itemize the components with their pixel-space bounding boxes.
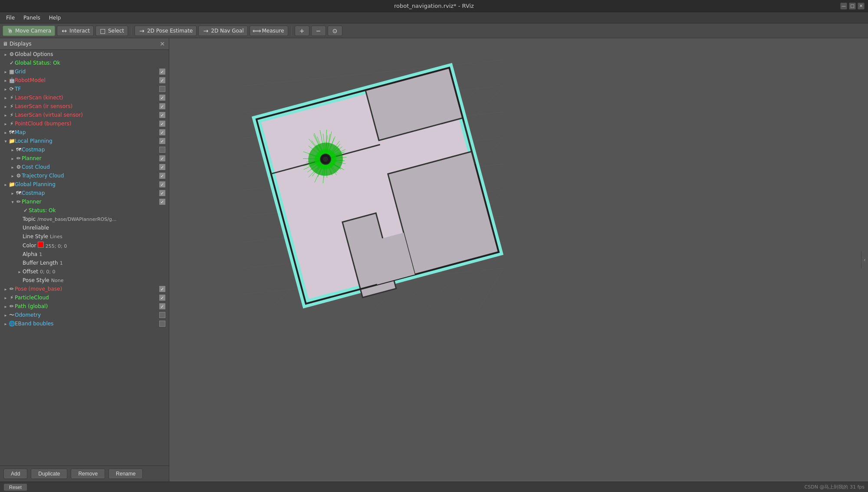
menu-help[interactable]: Help: [45, 13, 65, 22]
tree-item-global_planning[interactable]: 📁Global Planning: [0, 180, 169, 189]
tree-item-pose_move_base[interactable]: ✏Pose (move_base): [0, 285, 169, 293]
tree-item-planner[interactable]: ✏Planner: [0, 154, 169, 163]
tree-arrow-path_global[interactable]: [3, 303, 9, 309]
tree-value-line_style[interactable]: Lines: [50, 234, 102, 239]
displays-tree[interactable]: ⚙Global Options✓Global Status: Ok▦Grid🤖R…: [0, 50, 169, 466]
tree-arrow-particle_cloud[interactable]: [3, 295, 9, 301]
tree-arrow-local_planning[interactable]: [3, 138, 9, 144]
tree-checkbox-pointcloud_bumpers[interactable]: [159, 121, 165, 127]
viewport[interactable]: ‹: [169, 38, 868, 482]
tree-checkbox-laserscan_kinect[interactable]: [159, 95, 165, 101]
color-swatch-color_prop[interactable]: [38, 242, 44, 248]
tree-item-global_status[interactable]: ✓Global Status: Ok: [0, 59, 169, 67]
tree-checkbox-path_global[interactable]: [159, 303, 165, 309]
remove-button[interactable]: Remove: [71, 469, 105, 479]
tree-item-map[interactable]: 🗺Map: [0, 128, 169, 137]
tree-checkbox-odometry[interactable]: [159, 312, 165, 318]
tree-item-local_planning[interactable]: 📁Local Planning: [0, 137, 169, 145]
tree-arrow-eband[interactable]: [3, 321, 9, 327]
duplicate-button[interactable]: Duplicate: [31, 469, 67, 479]
tree-arrow-odometry[interactable]: [3, 312, 9, 318]
tree-arrow-cost_cloud[interactable]: [10, 164, 16, 170]
tree-item-tf[interactable]: ⟳TF: [0, 85, 169, 93]
tree-arrow-pointcloud_bumpers[interactable]: [3, 121, 9, 127]
tree-arrow-global_planner[interactable]: [10, 199, 16, 205]
tree-checkbox-costmap[interactable]: [159, 147, 165, 153]
nav-goal-button[interactable]: → 2D Nav Goal: [198, 26, 247, 36]
tree-item-costmap[interactable]: 🗺Costmap: [0, 145, 169, 154]
reset-button[interactable]: Reset: [3, 483, 27, 491]
tree-item-cost_cloud[interactable]: ⚙Cost Cloud: [0, 163, 169, 171]
tree-arrow-global_costmap[interactable]: [10, 190, 16, 196]
tree-checkbox-cost_cloud[interactable]: [159, 164, 165, 170]
zoom-fit-button[interactable]: ⊙: [328, 26, 342, 36]
tree-item-unreliable[interactable]: Unreliable: [0, 223, 169, 232]
tree-checkbox-map[interactable]: [159, 129, 165, 135]
tree-arrow-laserscan_kinect[interactable]: [3, 95, 9, 101]
tree-item-offset[interactable]: Offset0; 0; 0: [0, 267, 169, 276]
tree-checkbox-global_planning[interactable]: [159, 181, 165, 187]
tree-item-topic[interactable]: Topic/move_base/DWAPlannerROS/g...: [0, 215, 169, 223]
interact-button[interactable]: ↔ Interact: [57, 26, 94, 36]
tree-item-pose_style[interactable]: Pose StyleNone: [0, 276, 169, 285]
select-button[interactable]: □ Select: [95, 26, 128, 36]
tree-checkbox-robot_model[interactable]: [159, 77, 165, 83]
tree-item-path_global[interactable]: ✏Path (global): [0, 302, 169, 311]
tree-item-global_costmap[interactable]: 🗺Costmap: [0, 189, 169, 197]
tree-checkbox-pose_move_base[interactable]: [159, 286, 165, 292]
zoom-in-button[interactable]: +: [295, 26, 309, 36]
measure-button[interactable]: ⟺ Measure: [250, 26, 288, 36]
tree-item-global_options[interactable]: ⚙Global Options: [0, 50, 169, 59]
tree-arrow-global_planning[interactable]: [3, 181, 9, 187]
tree-arrow-costmap[interactable]: [10, 147, 16, 153]
tree-item-laserscan_kinect[interactable]: ⚡LaserScan (kinect): [0, 93, 169, 102]
tree-arrow-tf[interactable]: [3, 86, 9, 92]
displays-close-button[interactable]: ✕: [158, 40, 166, 48]
tree-item-eband[interactable]: 🌐EBand boubles: [0, 319, 169, 328]
tree-item-laserscan_virtual[interactable]: ⚡LaserScan (virtual sensor): [0, 111, 169, 119]
tree-arrow-laserscan_virtual[interactable]: [3, 112, 9, 118]
add-button[interactable]: Add: [3, 469, 27, 479]
maximize-button[interactable]: □: [849, 3, 856, 10]
tree-arrow-pose_move_base[interactable]: [3, 286, 9, 292]
tree-arrow-robot_model[interactable]: [3, 77, 9, 83]
tree-item-robot_model[interactable]: 🤖RobotModel: [0, 76, 169, 85]
tree-arrow-grid[interactable]: [3, 69, 9, 75]
tree-item-color_prop[interactable]: Color 255; 0; 0: [0, 241, 169, 250]
tree-arrow-laserscan_ir[interactable]: [3, 103, 9, 109]
minimize-button[interactable]: —: [840, 3, 847, 10]
side-panel-toggle[interactable]: ‹: [861, 251, 868, 269]
tree-checkbox-grid[interactable]: [159, 69, 165, 75]
rename-button[interactable]: Rename: [108, 469, 143, 479]
tree-arrow-offset[interactable]: [16, 269, 23, 275]
tree-checkbox-eband[interactable]: [159, 321, 165, 327]
tree-checkbox-trajectory_cloud[interactable]: [159, 173, 165, 179]
tree-arrow-planner[interactable]: [10, 155, 16, 161]
menu-file[interactable]: File: [2, 13, 19, 22]
tree-checkbox-local_planning[interactable]: [159, 138, 165, 144]
pose-estimate-button[interactable]: → 2D Pose Estimate: [135, 26, 197, 36]
zoom-out-button[interactable]: −: [311, 26, 326, 36]
tree-item-particle_cloud[interactable]: ⚡ParticleCloud: [0, 293, 169, 302]
tree-checkbox-global_costmap[interactable]: [159, 190, 165, 196]
menu-panels[interactable]: Panels: [19, 13, 45, 22]
tree-checkbox-planner[interactable]: [159, 155, 165, 161]
tree-checkbox-global_planner[interactable]: [159, 199, 165, 205]
tree-checkbox-laserscan_ir[interactable]: [159, 103, 165, 109]
tree-arrow-map[interactable]: [3, 129, 9, 135]
tree-item-pointcloud_bumpers[interactable]: ⚡PointCloud (bumpers): [0, 119, 169, 128]
tree-item-alpha[interactable]: Alpha1: [0, 250, 169, 259]
close-button[interactable]: ✕: [858, 3, 865, 10]
tree-item-global_planner[interactable]: ✏Planner: [0, 197, 169, 206]
tree-item-odometry[interactable]: 〜Odometry: [0, 311, 169, 319]
tree-checkbox-tf[interactable]: [159, 86, 165, 92]
tree-item-laserscan_ir[interactable]: ⚡LaserScan (ir sensors): [0, 102, 169, 111]
tree-checkbox-laserscan_virtual[interactable]: [159, 112, 165, 118]
tree-item-status_ok[interactable]: ✓Status: Ok: [0, 206, 169, 215]
tree-item-line_style[interactable]: Line StyleLines: [0, 232, 169, 241]
tree-checkbox-particle_cloud[interactable]: [159, 295, 165, 301]
tree-value-topic[interactable]: /move_base/DWAPlannerROS/g...: [37, 216, 116, 222]
tree-item-buffer_length[interactable]: Buffer Length1: [0, 259, 169, 267]
tree-arrow-global_options[interactable]: [3, 51, 9, 57]
tree-item-grid[interactable]: ▦Grid: [0, 67, 169, 76]
